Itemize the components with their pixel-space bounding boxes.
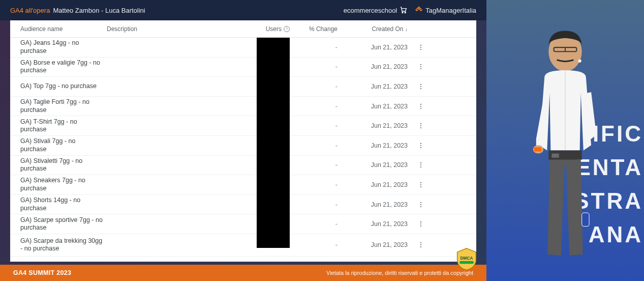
table-row[interactable]: GA) Scarpe da trekking 30gg - no purchas…	[10, 234, 476, 257]
row-menu-button[interactable]	[412, 181, 430, 188]
svg-point-24	[420, 184, 421, 185]
slide-panel: GA4 all'opera Matteo Zambon - Luca Barto…	[0, 0, 486, 281]
table-row[interactable]: GA) Borse e valigie 7gg - no purchase-Ju…	[10, 58, 476, 77]
col-header-name[interactable]: Audience name	[10, 25, 107, 33]
row-audience-name: GA) T-Shirt 7gg - no purchase	[10, 118, 107, 134]
kebab-icon	[417, 161, 424, 168]
table-row[interactable]: GA) T-Shirt 7gg - no purchase-Jun 21, 20…	[10, 116, 476, 136]
row-change: -	[295, 83, 346, 90]
svg-rect-44	[551, 154, 559, 158]
presenter-figure	[512, 20, 619, 260]
table-row[interactable]: GA) Taglie Forti 7gg - no purchase-Jun 2…	[10, 97, 476, 117]
logo-tagmanageritalia-text: TagManagerItalia	[425, 7, 476, 14]
row-audience-name: GA) Scarpe sportive 7gg - no purchase	[10, 216, 107, 232]
kebab-icon	[417, 122, 424, 129]
row-change: -	[295, 142, 346, 149]
svg-point-33	[420, 244, 421, 245]
svg-point-5	[420, 64, 421, 65]
svg-point-28	[420, 206, 421, 207]
kebab-icon	[417, 181, 424, 188]
svg-point-31	[420, 226, 421, 227]
svg-point-0	[402, 12, 403, 13]
svg-point-20	[420, 162, 421, 163]
row-change: -	[295, 44, 346, 51]
row-created: Jun 21, 2023	[346, 161, 412, 168]
svg-point-16	[420, 127, 421, 128]
row-change: -	[295, 241, 346, 248]
table-row[interactable]: GA) Stivaletti 7gg - no purchase-Jun 21,…	[10, 156, 476, 176]
row-menu-button[interactable]	[412, 44, 430, 51]
row-created: Jun 21, 2023	[346, 181, 412, 188]
redacted-overlay	[257, 38, 290, 248]
col-header-created-label: Created On	[372, 25, 403, 33]
row-audience-name: GA) Stivaletti 7gg - no purchase	[10, 157, 107, 173]
row-created: Jun 21, 2023	[346, 241, 412, 248]
table-row[interactable]: GA) Shorts 14gg - no purchase-Jun 21, 20…	[10, 195, 476, 215]
table-row[interactable]: GA) Scarpe sportive 7gg - no purchase-Ju…	[10, 214, 476, 234]
row-menu-button[interactable]	[412, 241, 430, 248]
row-change: -	[295, 220, 346, 228]
svg-point-19	[420, 147, 421, 148]
logo-ecommerceschool-text: ecommerceschool	[344, 7, 397, 14]
row-audience-name: GA) Top 7gg - no purchase	[10, 82, 107, 91]
svg-point-9	[420, 86, 421, 87]
row-audience-name: GA) Scarpe da trekking 30gg - no purchas…	[10, 237, 107, 253]
row-change: -	[295, 161, 346, 168]
svg-text:DMCA: DMCA	[461, 256, 473, 261]
svg-point-22	[420, 166, 421, 167]
row-menu-button[interactable]	[412, 161, 430, 168]
svg-point-18	[420, 145, 421, 146]
kebab-icon	[417, 241, 424, 248]
col-header-users[interactable]: Users ?	[229, 25, 295, 33]
svg-point-6	[420, 66, 421, 67]
row-menu-button[interactable]	[412, 220, 430, 228]
row-created: Jun 21, 2023	[346, 142, 412, 149]
tag-icon	[415, 6, 423, 14]
slide-logos: ecommerceschool TagManagerItalia	[344, 6, 476, 14]
dmca-badge: DMCA	[455, 247, 478, 271]
svg-point-15	[420, 125, 421, 126]
svg-rect-42	[534, 147, 541, 151]
row-audience-name: GA) Borse e valigie 7gg - no purchase	[10, 59, 107, 75]
col-header-change[interactable]: % Change	[295, 25, 346, 33]
kebab-icon	[417, 201, 424, 208]
slide-content: Audience name Description Users ? % Chan…	[0, 20, 486, 265]
row-change: -	[295, 201, 346, 208]
table-row[interactable]: GA) Stivali 7gg - no purchase-Jun 21, 20…	[10, 136, 476, 156]
row-menu-button[interactable]	[412, 103, 430, 110]
row-menu-button[interactable]	[412, 142, 430, 149]
kebab-icon	[417, 142, 424, 149]
row-created: Jun 21, 2023	[346, 201, 412, 208]
svg-point-7	[420, 68, 421, 69]
sort-arrow-down-icon: ↓	[405, 26, 408, 32]
svg-point-14	[420, 123, 421, 124]
svg-point-17	[420, 143, 421, 144]
table-body: GA) Jeans 14gg - no purchase-Jun 21, 202…	[10, 38, 476, 257]
table-header-row: Audience name Description Users ? % Chan…	[10, 20, 476, 38]
col-header-users-label: Users	[266, 25, 282, 33]
table-row[interactable]: GA) Jeans 14gg - no purchase-Jun 21, 202…	[10, 38, 476, 58]
col-header-created[interactable]: Created On ↓	[346, 25, 412, 33]
row-menu-button[interactable]	[412, 201, 430, 208]
col-header-description[interactable]: Description	[107, 25, 229, 33]
svg-point-34	[420, 246, 421, 247]
row-menu-button[interactable]	[412, 122, 430, 129]
row-audience-name: GA) Stivali 7gg - no purchase	[10, 137, 107, 153]
svg-point-27	[420, 204, 421, 205]
slide-title-authors: Matteo Zambon - Luca Bartolini	[53, 7, 145, 14]
svg-point-8	[420, 84, 421, 85]
row-audience-name: GA) Sneakers 7gg - no purchase	[10, 177, 107, 192]
table-row[interactable]: GA) Sneakers 7gg - no purchase-Jun 21, 2…	[10, 175, 476, 195]
svg-point-40	[578, 60, 581, 63]
row-menu-button[interactable]	[412, 63, 430, 70]
svg-point-4	[420, 49, 421, 50]
svg-point-29	[420, 221, 421, 222]
row-created: Jun 21, 2023	[346, 83, 412, 90]
row-menu-button[interactable]	[412, 83, 430, 90]
audience-table: Audience name Description Users ? % Chan…	[10, 20, 476, 262]
table-row[interactable]: GA) Top 7gg - no purchase-Jun 21, 2023	[10, 77, 476, 97]
row-created: Jun 21, 2023	[346, 44, 412, 51]
help-icon[interactable]: ?	[284, 26, 290, 32]
slide-header: GA4 all'opera Matteo Zambon - Luca Barto…	[0, 0, 486, 20]
svg-point-32	[420, 242, 421, 243]
